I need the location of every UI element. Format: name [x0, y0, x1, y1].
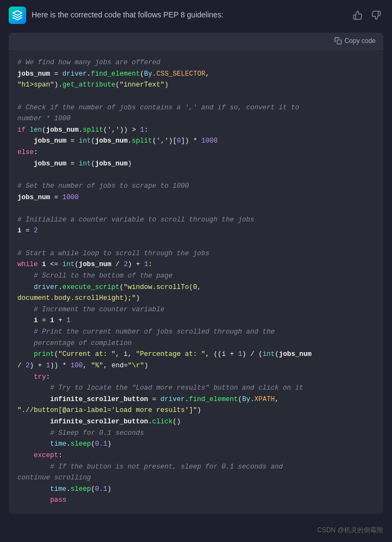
code-header: Copy code [9, 33, 383, 50]
header-bar: Here is the corrected code that follows … [0, 0, 392, 30]
thumbs-up-button[interactable] [351, 8, 365, 22]
code-block-wrapper: Copy code # We find how many jobs are of… [9, 33, 383, 514]
code-body: # We find how many jobs are offered jobs… [9, 50, 383, 514]
header-actions [351, 8, 383, 22]
copy-code-button[interactable]: Copy code [334, 37, 376, 45]
svg-rect-0 [337, 40, 341, 44]
copy-code-label: Copy code [345, 37, 376, 45]
watermark: CSDN @机灵的倒霉熊 [0, 522, 392, 538]
chat-container: Here is the corrected code that follows … [0, 0, 392, 542]
thumbs-down-button[interactable] [369, 8, 383, 22]
header-text: Here is the corrected code that follows … [32, 10, 223, 21]
logo-icon [9, 7, 26, 24]
